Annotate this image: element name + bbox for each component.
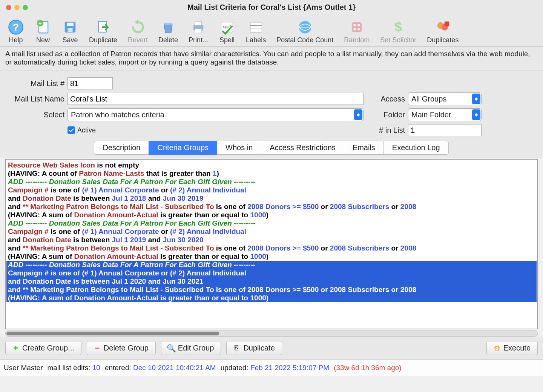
print-icon [190,19,207,35]
criteria-line[interactable]: and ** Marketing Patron Belongs to Mail … [6,244,537,252]
delete-group-button[interactable]: − Delete Group [87,341,156,355]
minus-icon: − [94,345,101,352]
criteria-line[interactable]: Campaign # is one of (# 1) Annual Corpor… [6,228,537,236]
criteria-line[interactable]: (HAVING: A count of Patron Name-Lasts th… [6,169,537,178]
chevron-updown-icon [472,94,480,104]
duplicates-icon [434,19,451,35]
horizontal-scrollbar[interactable] [5,331,538,337]
criteria-line[interactable]: (HAVING: A sum of Donation Amount-Actual… [6,211,537,219]
criteria-line[interactable]: and Donation Date is between Jul 1 2018 … [6,194,537,203]
criteria-line[interactable]: Campaign # is one of (# 1) Annual Corpor… [6,269,537,277]
toolbar-help-button[interactable]: ?Help [4,18,28,45]
toolbar-duplicates-button[interactable]: Duplicates [423,18,462,45]
toolbar-labels-label: Labels [246,36,266,44]
status-updated-val: Feb 21 2022 5:19:07 PM [250,364,329,372]
criteria-line[interactable]: and ** Marketing Patron Belongs to Mail … [6,286,537,294]
tab-emails[interactable]: Emails [344,141,384,155]
criteria-line[interactable]: and Donation Date is between Jul 1 2020 … [6,277,537,286]
execute-button[interactable]: ⚙ Execute [486,341,538,355]
mail-list-name-label: Mail List Name [5,95,67,103]
svg-text:$: $ [395,19,402,34]
criteria-line[interactable]: and ** Marketing Patron Belongs to Mail … [6,203,537,211]
save-icon [62,19,78,35]
select-criteria-value: Patron who matches criteria [71,111,164,119]
toolbar-save-button[interactable]: Save [58,18,82,45]
criteria-line[interactable]: ADD --------- Donation Sales Data For A … [6,219,537,228]
criteria-line[interactable]: and Donation Date is between Jul 1 2019 … [6,236,537,244]
access-value: All Groups [411,95,446,103]
revert-icon [130,19,146,35]
toolbar-revert-label: Revert [128,36,148,44]
spell-icon: Spell [219,19,235,35]
folder-label: Folder [375,111,405,119]
svg-point-9 [164,23,172,25]
create-group-button[interactable]: + Create Group... [5,341,81,355]
new-icon: + [35,19,51,35]
mail-list-num-label: Mail List # [5,79,67,88]
select-label: Select [5,111,67,119]
criteria-line[interactable]: (HAVING: A sum of Donation Amount-Actual… [6,252,537,261]
status-ago: (33w 6d 1h 36m ago) [334,364,402,372]
select-criteria-select[interactable]: Patron who matches criteria [67,108,364,121]
magnifier-icon: 🔍 [168,345,175,352]
toolbar-new-button[interactable]: +New [31,18,55,45]
toolbar-random-label: Random [344,36,370,44]
svg-rect-6 [67,23,74,26]
chevron-updown-icon [354,109,362,120]
toolbar-duplicate-button[interactable]: Duplicate [85,18,121,45]
toolbar-spell-button[interactable]: SpellSpell [215,18,239,45]
toolbar-print-button[interactable]: Print... [185,18,212,45]
criteria-line[interactable]: (HAVING: A sum of Donation Amount-Actual… [6,294,537,302]
svg-rect-15 [250,22,262,32]
tab-criteria-groups[interactable]: Criteria Groups [149,141,217,155]
status-entered-val: Dec 10 2021 10:40:21 AM [133,364,216,372]
status-updated-label: updated: [221,364,248,372]
svg-rect-22 [352,22,362,32]
toolbar-random-button: Random [340,18,373,45]
tab-whos-in[interactable]: Whos in [217,141,261,155]
tab-execution-log[interactable]: Execution Log [383,141,449,155]
status-bar: User Master mail list edits: 10 entered:… [0,360,543,376]
random-icon [348,19,365,35]
svg-rect-11 [195,22,202,26]
toolbar-delete-label: Delete [158,36,178,44]
svg-text:?: ? [13,22,19,33]
maximize-window-button[interactable] [23,5,28,10]
criteria-line[interactable]: ADD --------- Donation Sales Data For A … [6,261,537,269]
status-edits-val: 10 [92,364,100,372]
postal-icon [297,19,313,35]
toolbar-postal-button[interactable]: Postal Code Count [273,18,337,45]
access-label: Access [375,95,405,103]
inlist-input[interactable] [408,124,482,136]
access-select[interactable]: All Groups [408,92,482,105]
mail-list-name-input[interactable] [67,93,364,105]
criteria-line[interactable]: Resource Web Sales Icon is not empty [6,161,537,169]
active-checkbox[interactable] [67,126,75,134]
criteria-listbox[interactable]: Resource Web Sales Icon is not empty(HAV… [5,159,538,329]
toolbar-save-label: Save [62,36,78,44]
close-window-button[interactable] [6,5,11,10]
toolbar-duplicates-label: Duplicates [427,36,459,44]
folder-select[interactable]: Main Folder [408,108,482,121]
toolbar-labels-button[interactable]: Labels [242,18,270,45]
title-bar: Mail List Criteria for Coral's List {Ams… [0,0,543,15]
toolbar-setsolicitor-button: $Set Solicitor [376,18,420,45]
mail-list-num-input[interactable] [67,77,113,89]
folder-value: Main Folder [411,111,451,119]
criteria-line[interactable]: Campaign # is one of (# 1) Annual Corpor… [6,186,537,194]
edit-group-button[interactable]: 🔍 Edit Group [161,341,221,355]
plus-icon: + [12,345,19,352]
toolbar-delete-button[interactable]: Delete [155,18,182,45]
tab-access-restrictions[interactable]: Access Restrictions [261,141,344,155]
labels-icon [248,19,264,35]
form-area: Mail List # Mail List Name Access All Gr… [0,71,543,158]
toolbar-revert-button: Revert [124,18,152,45]
tab-description[interactable]: Description [94,141,149,155]
minimize-window-button[interactable] [14,5,20,10]
chevron-updown-icon [472,109,480,120]
criteria-line[interactable]: ADD --------- Donation Sales Data For A … [6,178,537,186]
toolbar-duplicate-label: Duplicate [89,36,117,44]
window-controls [6,5,28,10]
duplicate-group-button[interactable]: ⎘ Duplicate [226,341,282,355]
svg-point-24 [357,24,360,26]
